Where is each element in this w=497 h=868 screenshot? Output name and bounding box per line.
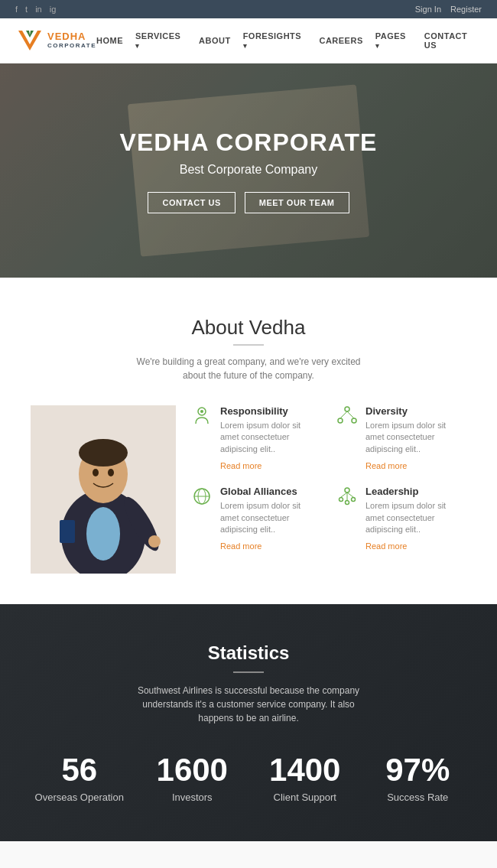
responsibility-read-more[interactable]: Read more xyxy=(220,461,261,470)
hero-content: VEDHA CORPORATE Best Corporate Company C… xyxy=(120,128,378,213)
hero-buttons: CONTACT US MEET OUR TEAM xyxy=(120,192,378,213)
navbar: VEDHA CORPORATE HOME SERVICES ABOUT FORE… xyxy=(0,18,497,63)
svg-line-19 xyxy=(347,411,354,418)
global-read-more[interactable]: Read more xyxy=(220,541,261,551)
svg-line-27 xyxy=(341,493,347,497)
feature-global: Global Alliances Lorem ipsum dolor sit a… xyxy=(191,486,321,552)
svg-point-16 xyxy=(338,418,343,423)
contact-us-button[interactable]: CONTACT US xyxy=(148,192,235,213)
svg-point-15 xyxy=(345,407,349,411)
stat-investors-label: Investors xyxy=(144,792,242,803)
statistics-section: Statistics Southwest Airlines is success… xyxy=(0,604,497,841)
global-icon xyxy=(191,486,213,507)
stats-divider xyxy=(233,671,264,673)
stat-overseas: 56 Overseas Operation xyxy=(31,752,128,803)
nav-links: HOME SERVICES ABOUT FORESIGHTS CAREERS P… xyxy=(96,31,482,50)
stat-client-number: 1400 xyxy=(256,752,354,788)
feature-responsibility: Responsibility Lorem ipsum dolor sit ame… xyxy=(191,405,321,472)
stat-success-label: Success Rate xyxy=(369,792,467,803)
feature-diversity-text: Diversity Lorem ipsum dolor sit amet con… xyxy=(365,405,466,472)
svg-marker-2 xyxy=(26,31,34,37)
nav-careers[interactable]: CAREERS xyxy=(319,36,362,45)
hero-title: VEDHA CORPORATE xyxy=(120,128,378,157)
about-content: Responsibility Lorem ipsum dolor sit ame… xyxy=(31,405,466,574)
svg-point-11 xyxy=(93,469,99,476)
about-person-image xyxy=(31,405,176,574)
nav-contact[interactable]: CONTACT US xyxy=(424,31,482,50)
svg-point-12 xyxy=(108,469,114,476)
stat-success: 97% Success Rate xyxy=(369,752,467,803)
hero-subtitle: Best Corporate Company xyxy=(120,163,378,177)
nav-pages[interactable]: PAGES xyxy=(375,31,412,50)
svg-point-5 xyxy=(86,507,120,561)
svg-point-17 xyxy=(352,418,356,423)
about-divider xyxy=(233,344,264,346)
stat-overseas-number: 56 xyxy=(31,752,128,788)
logo-text: VEDHA CORPORATE xyxy=(47,31,96,49)
feature-leadership: Leadership Lorem ipsum dolor sit amet co… xyxy=(336,486,466,552)
feature-leadership-text: Leadership Lorem ipsum dolor sit amet co… xyxy=(365,486,466,552)
linkedin-icon[interactable]: in xyxy=(35,5,42,14)
about-section: About Vedha We're building a great compa… xyxy=(0,278,497,604)
meet-our-team-button[interactable]: MEET OUR TEAM xyxy=(245,192,349,213)
nav-services[interactable]: SERVICES xyxy=(135,31,187,50)
svg-point-25 xyxy=(352,498,356,502)
stats-grid: 56 Overseas Operation 1600 Investors 140… xyxy=(31,752,466,803)
feature-global-text: Global Alliances Lorem ipsum dolor sit a… xyxy=(220,486,321,552)
leadership-icon xyxy=(336,486,358,507)
stat-client: 1400 Client Support xyxy=(256,752,354,803)
facebook-icon[interactable]: f xyxy=(15,5,18,14)
about-features: Responsibility Lorem ipsum dolor sit ame… xyxy=(191,405,466,552)
register-link[interactable]: Register xyxy=(450,5,482,14)
stat-investors-number: 1600 xyxy=(144,752,242,788)
hero-section: VEDHA CORPORATE Best Corporate Company C… xyxy=(0,63,497,278)
diversity-read-more[interactable]: Read more xyxy=(365,461,407,470)
auth-links: Sign In Register xyxy=(415,5,482,14)
stat-client-label: Client Support xyxy=(256,792,354,803)
svg-rect-10 xyxy=(60,520,75,543)
svg-point-26 xyxy=(346,501,349,505)
svg-line-18 xyxy=(340,411,347,418)
stat-investors: 1600 Investors xyxy=(144,752,242,803)
svg-point-23 xyxy=(345,488,349,493)
instagram-icon[interactable]: ig xyxy=(50,5,57,14)
services-section: Services Southwest Airlines is successfu… xyxy=(0,841,497,868)
nav-home[interactable]: HOME xyxy=(96,36,123,45)
about-subtitle: We're building a great company, and we'r… xyxy=(134,355,363,382)
svg-point-24 xyxy=(339,498,343,502)
stats-subtitle: Southwest Airlines is successful because… xyxy=(126,684,371,725)
leadership-read-more[interactable]: Read more xyxy=(365,541,407,551)
signin-link[interactable]: Sign In xyxy=(415,5,441,14)
stat-success-number: 97% xyxy=(369,752,467,788)
feature-responsibility-text: Responsibility Lorem ipsum dolor sit ame… xyxy=(220,405,321,472)
top-bar: f t in ig Sign In Register xyxy=(0,0,497,18)
stats-title: Statistics xyxy=(31,642,466,664)
svg-point-14 xyxy=(200,410,203,413)
svg-point-9 xyxy=(148,535,161,548)
svg-point-7 xyxy=(79,439,128,467)
feature-diversity: Diversity Lorem ipsum dolor sit amet con… xyxy=(336,405,466,472)
about-title: About Vedha xyxy=(31,316,466,340)
stat-overseas-label: Overseas Operation xyxy=(31,792,128,803)
diversity-icon xyxy=(336,405,358,427)
twitter-icon[interactable]: t xyxy=(25,5,28,14)
svg-line-28 xyxy=(347,493,353,497)
svg-marker-0 xyxy=(18,31,41,50)
responsibility-icon xyxy=(191,405,213,427)
logo[interactable]: VEDHA CORPORATE xyxy=(15,26,96,55)
social-icons: f t in ig xyxy=(15,5,56,14)
nav-about[interactable]: ABOUT xyxy=(199,36,231,45)
nav-foresights[interactable]: FORESIGHTS xyxy=(243,31,307,50)
